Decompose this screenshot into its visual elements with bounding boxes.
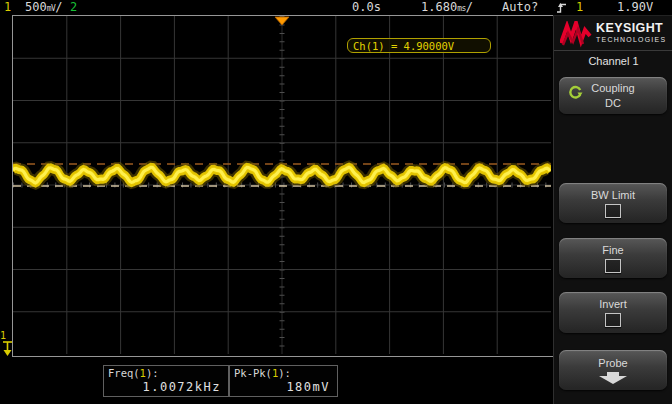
measurement-pkpk-value: 180mV (286, 380, 330, 394)
timebase-unit: ms (457, 4, 466, 13)
softkey-probe[interactable]: Probe (559, 350, 667, 390)
softkey-probe-label: Probe (598, 357, 627, 369)
channel-readout-box: Ch(1) = 4.90000V (347, 38, 491, 53)
measurement-pkpk: Pk-Pk(1): 180mV (229, 365, 338, 397)
softkey-fine-label: Fine (602, 244, 623, 256)
brand-name: KEYSIGHT (596, 22, 666, 35)
trigger-mode-readout: Auto? (502, 0, 538, 15)
timebase-value: 1.680 (421, 0, 457, 14)
channel1-scale-readout[interactable]: 500mV/ (25, 0, 63, 16)
softkey-coupling-value: DC (605, 97, 621, 109)
softkey-invert[interactable]: Invert (559, 292, 667, 333)
softkey-coupling[interactable]: Coupling DC (559, 77, 667, 114)
status-bar: 1 500mV/ 2 0.0s 1.680ms/ Auto? 1 1.90V (0, 0, 672, 15)
softkey-bw-limit[interactable]: BW Limit (559, 183, 667, 223)
softkey-fine[interactable]: Fine (559, 238, 667, 278)
softkey-invert-label: Invert (599, 298, 627, 310)
softkey-bw-limit-label: BW Limit (591, 189, 635, 201)
measurement-pkpk-label: Pk-Pk(1): (234, 367, 291, 379)
keysight-spark-icon (560, 21, 592, 49)
menu-title: Channel 1 (554, 55, 672, 67)
timebase-slash: / (466, 0, 473, 14)
softkey-menu-panel: KEYSIGHT TECHNOLOGIES Channel 1 Coupling… (553, 15, 672, 404)
submenu-arrow-icon (598, 372, 628, 384)
channel2-badge[interactable]: 2 (70, 0, 77, 15)
trigger-source-badge: 1 (576, 0, 583, 15)
down-arrow-icon (4, 350, 12, 356)
measurement-freq-label: Freq(1): (108, 367, 159, 379)
bw-limit-checkbox (605, 204, 621, 218)
brand-subtitle: TECHNOLOGIES (596, 35, 666, 44)
delay-readout[interactable]: 0.0s (352, 0, 381, 15)
graticule (13, 16, 551, 354)
cycle-icon (568, 85, 583, 100)
measurement-freq-value: 1.0072kHz (142, 380, 221, 394)
channel1-scale-value: 500 (25, 0, 47, 14)
timebase-readout[interactable]: 1.680ms/ (421, 0, 473, 16)
sidebar-divider (554, 50, 672, 51)
invert-checkbox (605, 313, 621, 327)
measurement-freq: Freq(1): 1.0072kHz (103, 365, 229, 397)
softkey-coupling-label: Coupling (591, 82, 634, 94)
keysight-logo: KEYSIGHT TECHNOLOGIES (558, 21, 670, 49)
oscilloscope-screen: 1 500mV/ 2 0.0s 1.680ms/ Auto? 1 1.90V C… (0, 0, 672, 404)
scope-display (12, 15, 554, 357)
ground-reference-marker[interactable]: 1 (0, 329, 14, 357)
fine-checkbox (605, 259, 621, 273)
channel1-scale-slash: / (55, 0, 62, 14)
trigger-level-readout[interactable]: 1.90V (617, 0, 653, 15)
channel1-badge[interactable]: 1 (4, 0, 11, 15)
ground-marker-label: 1 (0, 330, 6, 341)
